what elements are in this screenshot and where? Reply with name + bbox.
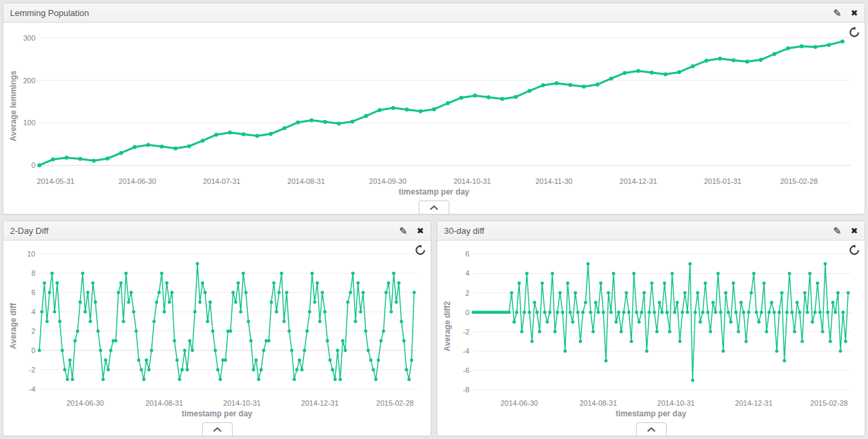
chart-row: Average lemmings 01002003002014-05-31201… (7, 25, 861, 187)
svg-text:2014-06-30: 2014-06-30 (501, 399, 538, 407)
close-icon[interactable]: ✖ (851, 9, 858, 17)
svg-text:-6: -6 (463, 366, 469, 374)
svg-text:2015-02-28: 2015-02-28 (780, 177, 817, 185)
svg-text:2: 2 (31, 327, 35, 335)
collapse-strip (7, 199, 861, 214)
panel-body: Average diff2 -8-6-4-202462014-06-302014… (437, 240, 865, 436)
chart-row: Average diff -4-202468102014-06-302014-0… (7, 243, 427, 409)
svg-text:4: 4 (31, 308, 35, 316)
two-day-diff-chart[interactable]: -4-202468102014-06-302014-08-312014-10-3… (19, 243, 427, 409)
panel-body: Average lemmings 01002003002014-05-31201… (3, 23, 865, 214)
history-icon[interactable] (415, 244, 426, 256)
panel-header: Lemming Population ✎ ✖ (3, 3, 865, 23)
y-axis-title: Average diff (7, 243, 19, 409)
svg-text:100: 100 (23, 119, 35, 127)
svg-text:200: 200 (23, 77, 35, 85)
svg-text:2014-08-31: 2014-08-31 (579, 399, 617, 407)
x-axis-title: timestamp per day (441, 409, 861, 421)
close-icon[interactable]: ✖ (851, 226, 858, 235)
svg-text:2014-06-30: 2014-06-30 (67, 399, 104, 407)
y-axis-title-text: Average diff (9, 303, 18, 349)
panel-header: 2-Day Diff ✎ ✖ (3, 221, 431, 240)
x-axis-title: timestamp per day (7, 187, 861, 199)
svg-text:2014-08-31: 2014-08-31 (287, 177, 325, 185)
collapse-button[interactable] (636, 422, 667, 436)
panel-30-day-diff: 30-day diff ✎ ✖ Average diff2 (437, 220, 865, 436)
svg-text:300: 300 (23, 34, 35, 42)
collapse-button[interactable] (419, 201, 449, 214)
y-axis-title-text: Average diff2 (443, 301, 452, 352)
y-axis-title-text: Average lemmings (9, 71, 18, 141)
edit-icon[interactable]: ✎ (399, 226, 408, 236)
svg-text:-8: -8 (463, 386, 469, 394)
svg-text:2014-10-31: 2014-10-31 (657, 399, 695, 407)
svg-text:2014-10-31: 2014-10-31 (223, 399, 261, 407)
panel-header-icons: ✎ ✖ (833, 8, 858, 18)
chevron-up-icon (647, 427, 656, 432)
chevron-up-icon (213, 427, 222, 432)
y-axis-title: Average diff2 (441, 243, 453, 409)
y-axis-title: Average lemmings (7, 25, 19, 187)
svg-text:2014-08-31: 2014-08-31 (145, 399, 183, 407)
bottom-row: 2-Day Diff ✎ ✖ Average diff - (3, 220, 865, 436)
svg-text:2015-02-28: 2015-02-28 (810, 399, 847, 407)
collapse-button[interactable] (202, 422, 233, 436)
svg-text:2014-05-31: 2014-05-31 (37, 177, 74, 185)
panel-title: 2-Day Diff (10, 226, 49, 236)
history-icon[interactable] (849, 27, 860, 38)
svg-text:6: 6 (465, 250, 469, 258)
svg-text:0: 0 (31, 346, 35, 354)
edit-icon[interactable]: ✎ (833, 8, 842, 18)
collapse-strip (441, 421, 861, 436)
svg-text:2014-12-31: 2014-12-31 (619, 177, 657, 185)
svg-text:2014-10-31: 2014-10-31 (453, 177, 491, 185)
svg-text:2: 2 (465, 289, 469, 297)
svg-text:2014-09-30: 2014-09-30 (369, 177, 407, 185)
svg-text:8: 8 (31, 269, 35, 277)
svg-text:2014-12-31: 2014-12-31 (301, 399, 339, 407)
svg-text:-4: -4 (29, 385, 35, 393)
thirty-day-diff-chart[interactable]: -8-6-4-202462014-06-302014-08-312014-10-… (453, 243, 861, 409)
svg-text:4: 4 (465, 269, 469, 277)
chevron-up-icon (429, 205, 439, 211)
panel-header-icons: ✎ ✖ (399, 226, 424, 236)
svg-text:2015-02-28: 2015-02-28 (376, 399, 413, 407)
svg-text:6: 6 (31, 288, 35, 296)
panel-title: Lemming Population (10, 8, 89, 18)
close-icon[interactable]: ✖ (417, 226, 424, 235)
panel-header-icons: ✎ ✖ (833, 226, 858, 236)
panel-header: 30-day diff ✎ ✖ (437, 221, 865, 240)
lemming-population-chart[interactable]: 01002003002014-05-312014-06-302014-07-31… (19, 25, 861, 187)
panel-lemming-population: Lemming Population ✎ ✖ Average lemmings … (3, 3, 865, 215)
svg-text:-2: -2 (463, 328, 469, 336)
svg-text:2014-11-30: 2014-11-30 (535, 177, 572, 185)
svg-text:0: 0 (31, 161, 35, 169)
svg-text:2014-12-31: 2014-12-31 (735, 399, 773, 407)
chart-row: Average diff2 -8-6-4-202462014-06-302014… (441, 243, 861, 409)
svg-text:2014-07-31: 2014-07-31 (203, 177, 240, 185)
svg-text:2014-06-30: 2014-06-30 (119, 177, 156, 185)
x-axis-title: timestamp per day (7, 409, 427, 421)
svg-text:-2: -2 (29, 366, 35, 374)
svg-text:-4: -4 (463, 347, 469, 355)
svg-text:2015-01-31: 2015-01-31 (704, 177, 741, 185)
panel-body: Average diff -4-202468102014-06-302014-0… (3, 240, 431, 436)
collapse-strip (7, 421, 427, 436)
svg-text:0: 0 (465, 308, 469, 316)
svg-text:10: 10 (27, 250, 35, 258)
edit-icon[interactable]: ✎ (833, 226, 842, 236)
history-icon[interactable] (849, 244, 860, 256)
panel-title: 30-day diff (444, 226, 484, 236)
dashboard: Lemming Population ✎ ✖ Average lemmings … (0, 0, 868, 439)
panel-2-day-diff: 2-Day Diff ✎ ✖ Average diff - (3, 220, 431, 436)
